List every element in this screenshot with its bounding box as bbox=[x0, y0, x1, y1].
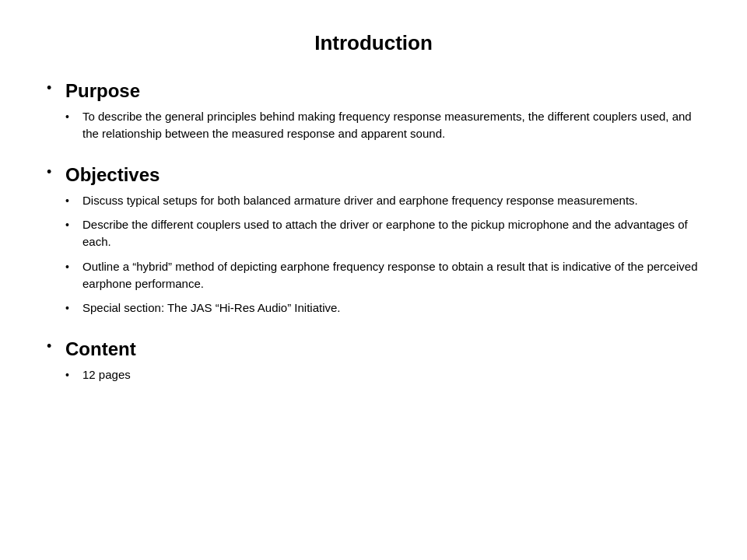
sub-item-objectives-0: Discuss typical setups for both balanced… bbox=[65, 192, 700, 209]
sub-list-purpose: To describe the general principles behin… bbox=[65, 108, 700, 142]
sub-item-content-0: 12 pages bbox=[65, 366, 700, 383]
main-list: PurposeTo describe the general principle… bbox=[47, 80, 700, 383]
sub-item-objectives-2: Outline a “hybrid” method of depicting e… bbox=[65, 258, 700, 292]
sub-item-purpose-0: To describe the general principles behin… bbox=[65, 108, 700, 142]
slide-title: Introduction bbox=[47, 31, 700, 55]
sub-list-content: 12 pages bbox=[65, 366, 700, 383]
section-content: Content12 pages bbox=[47, 338, 700, 383]
slide-container: Introduction PurposeTo describe the gene… bbox=[0, 0, 747, 560]
section-label-purpose: Purpose bbox=[65, 80, 700, 102]
sub-item-objectives-3: Special section: The JAS “Hi-Res Audio” … bbox=[65, 299, 700, 317]
section-purpose: PurposeTo describe the general principle… bbox=[47, 80, 700, 142]
section-label-content: Content bbox=[65, 338, 700, 360]
section-objectives: ObjectivesDiscuss typical setups for bot… bbox=[47, 164, 700, 317]
sub-list-objectives: Discuss typical setups for both balanced… bbox=[65, 192, 700, 317]
section-label-objectives: Objectives bbox=[65, 164, 700, 186]
sub-item-objectives-1: Describe the different couplers used to … bbox=[65, 216, 700, 250]
